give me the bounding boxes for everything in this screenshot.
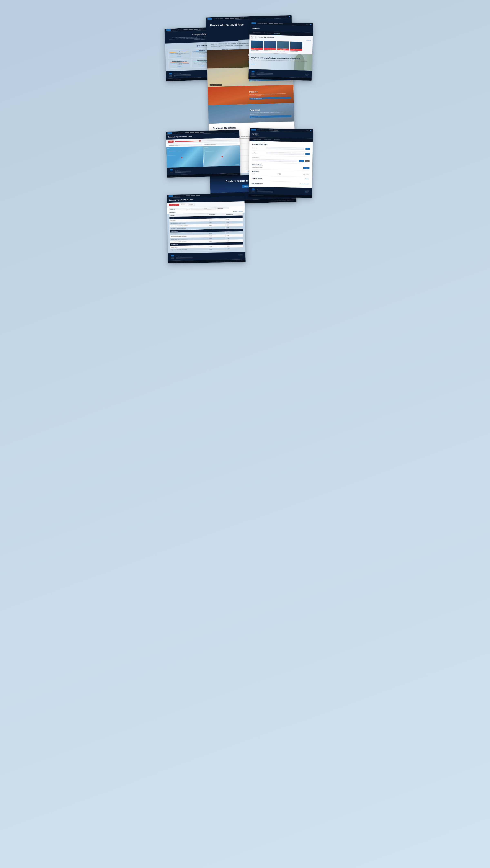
download-btn[interactable]: ⬇ Download: [237, 211, 242, 212]
account-email-input[interactable]: [257, 190, 273, 192]
data-table: Settings ▾ Standard(s) ▾ Standard(s) ▾ S…: [169, 213, 243, 251]
selector-3[interactable]: Year ▾: [203, 207, 216, 210]
map-title: Compare Impacts Within a Year: [168, 134, 237, 138]
nav-language[interactable]: English: [286, 17, 288, 18]
form-add-lastname[interactable]: Add ›: [305, 153, 310, 155]
solutions-link[interactable]: See what can be done ›: [250, 115, 291, 118]
account-tab-saved[interactable]: Saved Content: [262, 137, 272, 142]
view-btn[interactable]: ▤ View: [180, 204, 186, 206]
nav-item-compare[interactable]: [230, 18, 234, 19]
selector-2[interactable]: Location B ▾: [186, 208, 202, 210]
account-twitter[interactable]: 🐦 Twitter: [305, 192, 309, 193]
account-facebook[interactable]: 📘 Facebook: [305, 191, 309, 192]
location-a-input[interactable]: Miami-Dade County, FL: [168, 144, 202, 146]
compare-nav-compare[interactable]: [189, 29, 193, 30]
table-nav-item-1[interactable]: [186, 195, 190, 196]
selector-1[interactable]: Location A ▾: [169, 208, 185, 210]
nav-user-avatar[interactable]: [289, 16, 290, 18]
notifications-toggle[interactable]: [277, 173, 281, 175]
change-inputs-btn[interactable]: Change Inputs: [169, 204, 179, 206]
impacts-link[interactable]: Learn about the impacts ›: [249, 97, 291, 100]
account-nav-item-2[interactable]: [273, 129, 277, 130]
table-facebook[interactable]: 📘 Facebook: [238, 255, 243, 256]
compare-nav-explore[interactable]: [183, 29, 188, 30]
nav-item-explore[interactable]: [225, 18, 229, 19]
jfy-nav-explore[interactable]: [269, 23, 273, 24]
jfy-nav-lang[interactable]: English ▼: [306, 24, 309, 25]
card-multicentury-link[interactable]: Compare ›: [170, 66, 189, 67]
compare-email-input[interactable]: [174, 74, 191, 76]
map-nav-items: [185, 132, 204, 133]
risk-cards-next[interactable]: ›: [307, 46, 310, 49]
account-nav-item-1[interactable]: [268, 129, 272, 130]
jfy-facebook[interactable]: 📘 Facebook: [305, 74, 309, 75]
table-copyright: Copyright © 2022 Climate Central: [171, 261, 183, 262]
compare-nav-learn[interactable]: [194, 29, 198, 30]
activist-link[interactable]: Learn More ›: [251, 64, 256, 65]
form-2fa-row: Your email notifications Enable: [252, 166, 309, 169]
footer-links: Newsroom · Terms of Use · Privacy Policy…: [266, 199, 294, 201]
form-row-lastname: Last Name Add ›: [252, 152, 310, 155]
jfy-tab-settings[interactable]: Account Settings: [252, 31, 263, 35]
risk-card-3[interactable]: [At] at risk from [projected] in [locati…: [277, 41, 289, 52]
map-email-input[interactable]: [175, 170, 192, 173]
map-nav-item-1[interactable]: [185, 132, 189, 133]
form-add-email[interactable]: Add ›: [305, 160, 309, 162]
jfy-nav-compare[interactable]: [274, 23, 278, 24]
nav-item-solutions[interactable]: [240, 18, 244, 19]
selector-4[interactable]: + Add Scenario: [217, 207, 229, 209]
account-tab-settings[interactable]: Account Settings: [252, 137, 263, 141]
map-road-2: [167, 155, 175, 156]
map-footer-links: Newsroom · Terms of Use · Privacy Policy: [223, 174, 238, 176]
jfy-email-input[interactable]: [257, 73, 273, 75]
card-year-link[interactable]: Compare ›: [169, 56, 189, 57]
jfy-risk-cards: [At] at risk from [projected] in [locati…: [251, 40, 311, 53]
solutions-section: Solutions Spaceflight will never tolerat…: [208, 103, 294, 124]
table-nav-item-3[interactable]: [196, 195, 200, 196]
map-miami: Miami: [166, 146, 203, 168]
account-nav-right: English ▼: [306, 130, 312, 131]
analyze-btn[interactable]: ⊕ Analyze: [187, 203, 195, 206]
form-edit-username[interactable]: Edit ›: [306, 148, 310, 150]
account-tab-justforyou[interactable]: Just For You: [272, 138, 281, 142]
share-btn[interactable]: ⬆ Share: [233, 211, 237, 212]
map-la-sublabel2: Long Beach: [235, 164, 239, 165]
card-multicentury-title: Multicentury Sea Level Rise: [170, 60, 189, 63]
account-instagram[interactable]: 📷 Instagram: [305, 190, 309, 191]
form-deactivate-link[interactable]: Deactivate account ›: [300, 183, 309, 186]
year-slider-thumb[interactable]: [199, 140, 201, 142]
form-input-lastname[interactable]: [266, 152, 304, 155]
form-input-username[interactable]: [266, 147, 304, 150]
map-nav-item-3[interactable]: [195, 132, 199, 133]
table-climate-logo: [171, 255, 174, 257]
form-verify-email[interactable]: Verify ›: [299, 160, 303, 162]
location-b-input[interactable]: Los Angeles County, CA: [204, 143, 238, 145]
jfy-twitter[interactable]: 🐦 Twitter: [305, 75, 309, 76]
year-slider-track[interactable]: [175, 140, 237, 142]
jfy-tab-active[interactable]: Just For You: [272, 31, 282, 35]
risk-card-4-sublabel: [projected] in [location]: [290, 51, 302, 53]
jfy-instagram[interactable]: 📷 Instagram: [305, 72, 309, 73]
risk-card-2[interactable]: [At] at risk from [projected] in [locati…: [264, 41, 276, 52]
risk-card-1[interactable]: [At] at risk from [projected] in [locati…: [251, 40, 263, 52]
table-twitter[interactable]: 🐦 Twitter: [238, 256, 243, 257]
table-email-input[interactable]: [176, 256, 193, 258]
map-pin-miami: [181, 157, 183, 158]
jfy-nav-learn[interactable]: [279, 24, 283, 25]
form-2fa-enable-btn[interactable]: Enable: [303, 167, 309, 169]
account-nav-user[interactable]: [310, 130, 312, 131]
table-instagram[interactable]: 📷 Instagram: [238, 254, 243, 255]
jfy-update-feed-btn[interactable]: Update Feed: [306, 40, 311, 41]
table-nav-item-2[interactable]: [191, 195, 195, 196]
nav-item-learn[interactable]: [235, 18, 239, 19]
form-input-email[interactable]: [252, 159, 297, 162]
jfy-tab-saved[interactable]: Saved Content: [263, 31, 273, 35]
form-privacy-link[interactable]: Privacy ›: [305, 178, 309, 181]
account-nav-lang[interactable]: English ▼: [306, 130, 309, 131]
jfy-reset-btn[interactable]: Reset: [258, 38, 260, 39]
compare-nav-solutions[interactable]: [199, 29, 203, 30]
risk-card-4[interactable]: [At] at risk from [projected] in [locati…: [290, 41, 302, 53]
map-nav-item-4[interactable]: [200, 132, 204, 133]
jfy-nav-user[interactable]: [310, 24, 312, 25]
map-nav-item-2[interactable]: [190, 132, 194, 133]
